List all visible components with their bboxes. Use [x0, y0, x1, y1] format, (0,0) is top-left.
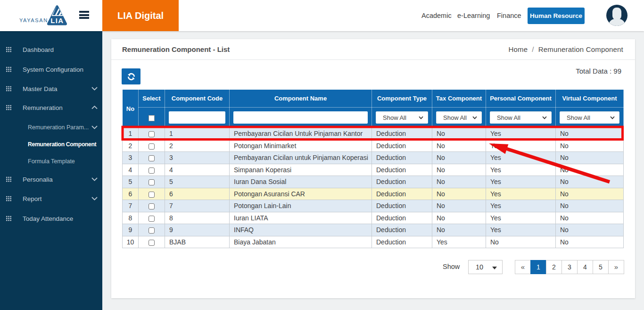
svg-text:LIA: LIA: [50, 17, 64, 25]
